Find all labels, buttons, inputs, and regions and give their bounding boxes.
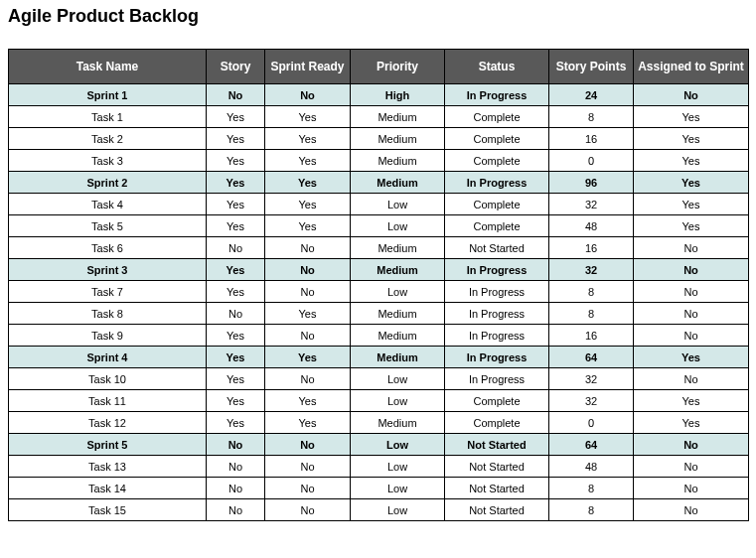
cell-priority: Medium — [351, 347, 445, 368]
cell-points: 64 — [549, 347, 634, 368]
cell-points: 64 — [549, 434, 634, 456]
cell-ready: No — [265, 456, 351, 478]
cell-priority: Low — [351, 390, 445, 412]
cell-task: Task 13 — [9, 456, 207, 478]
cell-ready: Yes — [265, 347, 351, 368]
cell-points: 8 — [549, 303, 634, 325]
cell-task: Sprint 5 — [9, 434, 207, 456]
cell-story: No — [207, 303, 265, 325]
cell-story: Yes — [207, 106, 265, 128]
cell-assigned: No — [634, 368, 749, 390]
cell-assigned: Yes — [634, 215, 749, 237]
cell-priority: Medium — [351, 172, 445, 194]
cell-points: 32 — [549, 194, 634, 215]
cell-assigned: No — [634, 456, 749, 478]
cell-assigned: Yes — [634, 150, 749, 172]
cell-ready: Yes — [265, 106, 351, 128]
cell-priority: Low — [351, 499, 445, 521]
cell-priority: Medium — [351, 106, 445, 128]
cell-priority: Low — [351, 194, 445, 215]
col-points: Story Points — [549, 50, 634, 84]
cell-priority: Low — [351, 281, 445, 303]
cell-status: Complete — [445, 412, 549, 434]
cell-ready: No — [265, 281, 351, 303]
cell-task: Task 8 — [9, 303, 207, 325]
cell-ready: Yes — [265, 412, 351, 434]
table-row: Sprint 3YesNoMediumIn Progress32No — [9, 259, 749, 281]
cell-story: No — [207, 456, 265, 478]
cell-assigned: Yes — [634, 106, 749, 128]
cell-task: Task 10 — [9, 368, 207, 390]
cell-points: 32 — [549, 259, 634, 281]
cell-points: 0 — [549, 412, 634, 434]
cell-story: Yes — [207, 172, 265, 194]
cell-priority: Medium — [351, 237, 445, 259]
table-row: Sprint 1NoNoHighIn Progress24No — [9, 84, 749, 106]
cell-points: 32 — [549, 368, 634, 390]
cell-priority: Medium — [351, 412, 445, 434]
cell-assigned: Yes — [634, 128, 749, 150]
cell-status: In Progress — [445, 281, 549, 303]
table-row: Task 15NoNoLowNot Started8No — [9, 499, 749, 521]
cell-ready: Yes — [265, 215, 351, 237]
cell-assigned: No — [634, 237, 749, 259]
cell-priority: Medium — [351, 128, 445, 150]
cell-status: In Progress — [445, 325, 549, 347]
cell-story: Yes — [207, 150, 265, 172]
cell-story: Yes — [207, 128, 265, 150]
cell-assigned: No — [634, 303, 749, 325]
cell-priority: Medium — [351, 259, 445, 281]
cell-story: Yes — [207, 368, 265, 390]
cell-status: Complete — [445, 128, 549, 150]
col-story: Story — [207, 50, 265, 84]
cell-assigned: No — [634, 259, 749, 281]
cell-task: Task 2 — [9, 128, 207, 150]
cell-story: Yes — [207, 281, 265, 303]
cell-ready: No — [265, 368, 351, 390]
cell-assigned: Yes — [634, 194, 749, 215]
cell-ready: Yes — [265, 194, 351, 215]
table-row: Sprint 5NoNoLowNot Started64No — [9, 434, 749, 456]
cell-ready: No — [265, 84, 351, 106]
table-row: Task 2YesYesMediumComplete16Yes — [9, 128, 749, 150]
cell-task: Sprint 3 — [9, 259, 207, 281]
cell-assigned: No — [634, 478, 749, 499]
cell-task: Task 7 — [9, 281, 207, 303]
cell-priority: High — [351, 84, 445, 106]
cell-ready: Yes — [265, 150, 351, 172]
cell-status: In Progress — [445, 172, 549, 194]
cell-task: Task 6 — [9, 237, 207, 259]
header-row: Task Name Story Sprint Ready Priority St… — [9, 50, 749, 84]
cell-assigned: No — [634, 84, 749, 106]
cell-ready: Yes — [265, 172, 351, 194]
cell-points: 8 — [549, 281, 634, 303]
cell-task: Task 1 — [9, 106, 207, 128]
cell-points: 8 — [549, 106, 634, 128]
cell-assigned: No — [634, 325, 749, 347]
cell-ready: No — [265, 325, 351, 347]
cell-status: Complete — [445, 194, 549, 215]
cell-status: In Progress — [445, 84, 549, 106]
cell-story: Yes — [207, 215, 265, 237]
table-row: Task 6NoNoMediumNot Started16No — [9, 237, 749, 259]
cell-priority: Low — [351, 434, 445, 456]
cell-status: Complete — [445, 215, 549, 237]
cell-task: Sprint 4 — [9, 347, 207, 368]
cell-ready: Yes — [265, 128, 351, 150]
cell-task: Task 15 — [9, 499, 207, 521]
backlog-table: Task Name Story Sprint Ready Priority St… — [8, 49, 749, 521]
table-row: Task 11YesYesLowComplete32Yes — [9, 390, 749, 412]
cell-story: No — [207, 434, 265, 456]
cell-points: 24 — [549, 84, 634, 106]
cell-task: Sprint 2 — [9, 172, 207, 194]
cell-story: Yes — [207, 390, 265, 412]
cell-ready: No — [265, 237, 351, 259]
table-row: Task 3YesYesMediumComplete0Yes — [9, 150, 749, 172]
cell-status: In Progress — [445, 303, 549, 325]
col-ready: Sprint Ready — [265, 50, 351, 84]
cell-assigned: Yes — [634, 172, 749, 194]
cell-status: In Progress — [445, 368, 549, 390]
table-row: Task 8NoYesMediumIn Progress8No — [9, 303, 749, 325]
table-row: Task 9YesNoMediumIn Progress16No — [9, 325, 749, 347]
col-assigned: Assigned to Sprint — [634, 50, 749, 84]
